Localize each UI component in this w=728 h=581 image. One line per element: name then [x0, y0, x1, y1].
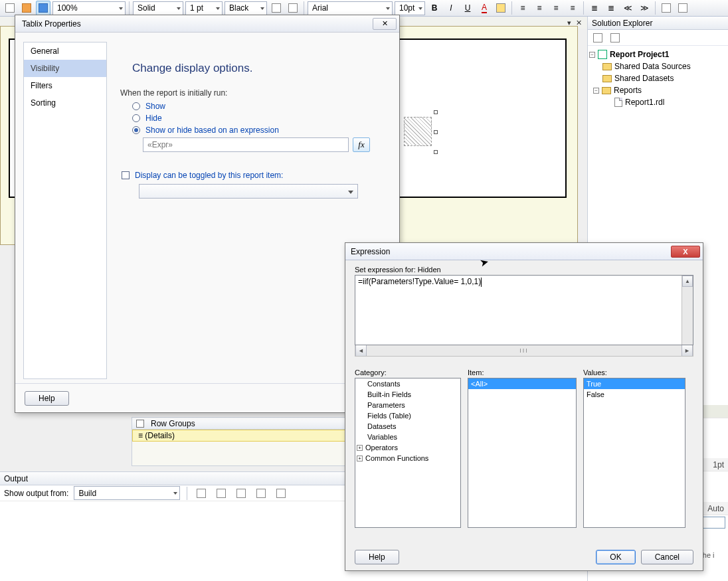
refresh-icon[interactable]: [591, 31, 605, 45]
nav-general[interactable]: General: [24, 42, 106, 60]
row-groups-label: Row Groups: [151, 419, 195, 428]
linestyle-combo[interactable]: Solid: [133, 1, 183, 15]
cat-variables[interactable]: Variables: [355, 432, 460, 442]
shared-datasets-label: Shared Datasets: [614, 74, 674, 83]
solution-explorer-title: Solution Explorer: [592, 19, 652, 28]
expand-icon[interactable]: +: [357, 456, 363, 461]
outdent-icon[interactable]: ≪: [620, 1, 635, 15]
bordercolor-icon[interactable]: [269, 1, 284, 15]
collapse-icon[interactable]: −: [589, 52, 595, 58]
ruler-toggle-icon[interactable]: [36, 1, 50, 15]
radio-hide-row[interactable]: Hide: [132, 114, 389, 123]
radio-hide[interactable]: [132, 114, 140, 122]
align-right-icon[interactable]: ≡: [549, 1, 563, 15]
nav-visibility[interactable]: Visibility: [24, 60, 106, 77]
lineweight-combo[interactable]: 1 pt: [185, 1, 223, 15]
item-all[interactable]: <All>: [468, 378, 576, 389]
output-wordwrap-icon[interactable]: [274, 486, 288, 501]
category-list[interactable]: Constants Built-in Fields Parameters Fie…: [355, 378, 461, 528]
italic-button[interactable]: I: [444, 1, 458, 15]
set-expression-label: Set expression for: Hidden: [355, 266, 693, 274]
split-icon[interactable]: [676, 1, 690, 15]
fontcolor-button[interactable]: A: [477, 1, 492, 15]
folder-icon: [602, 75, 612, 82]
open-icon[interactable]: [19, 1, 34, 15]
cat-common-functions[interactable]: +Common Functions: [355, 453, 460, 463]
help-button[interactable]: Help: [25, 391, 69, 406]
values-list[interactable]: True False: [583, 378, 685, 528]
cancel-button[interactable]: Cancel: [641, 550, 693, 564]
horizontal-scrollbar[interactable]: ◄ III ►: [355, 345, 693, 357]
dialog-title: Tablix Properties: [22, 19, 81, 29]
output-source-combo[interactable]: Build: [74, 486, 180, 500]
fontsize-combo[interactable]: 10pt: [395, 1, 425, 15]
nav-filters[interactable]: Filters: [24, 77, 106, 94]
expression-input[interactable]: «Expr»: [143, 137, 349, 152]
zoom-combo[interactable]: 100%: [52, 1, 126, 15]
bold-button[interactable]: B: [427, 1, 442, 15]
merge-icon[interactable]: [659, 1, 674, 15]
align-justify-icon[interactable]: ≡: [565, 1, 580, 15]
project-node[interactable]: − Report Project1: [589, 48, 727, 60]
output-next-icon[interactable]: [234, 486, 248, 501]
radio-expression-label: Show or hide based on an expression: [145, 125, 279, 135]
dialog-titlebar[interactable]: Tablix Properties ✕: [15, 15, 399, 33]
align-left-icon[interactable]: ≡: [515, 1, 530, 15]
showall-icon[interactable]: [608, 31, 622, 45]
scroll-up-icon[interactable]: ▲: [682, 276, 693, 287]
cat-operators[interactable]: +Operators: [355, 442, 460, 453]
fx-button[interactable]: fx: [353, 137, 370, 152]
indent-icon[interactable]: ≫: [637, 1, 652, 15]
report-file-node[interactable]: Report1.rdl: [589, 96, 727, 108]
output-prev-icon[interactable]: [214, 486, 228, 501]
item-list[interactable]: <All>: [468, 378, 577, 528]
output-clear-icon[interactable]: [254, 486, 268, 501]
cat-fields[interactable]: Fields (Table): [355, 410, 460, 421]
values-label: Values:: [583, 369, 685, 376]
dialog-heading: Change display options.: [132, 62, 389, 75]
radio-expr-row[interactable]: Show or hide based on an expression: [132, 125, 389, 135]
shared-data-sources-node[interactable]: Shared Data Sources: [589, 60, 727, 72]
ok-button[interactable]: OK: [596, 550, 635, 564]
help-button[interactable]: Help: [355, 550, 399, 564]
toggle-checkbox[interactable]: [122, 171, 130, 179]
value-false[interactable]: False: [584, 389, 685, 400]
initial-run-label: When the report is initially run:: [120, 88, 389, 98]
list-num-icon[interactable]: ≣: [587, 1, 602, 15]
close-button[interactable]: ✕: [373, 18, 397, 30]
linecolor-combo[interactable]: Black: [225, 1, 267, 15]
cat-parameters[interactable]: Parameters: [355, 400, 460, 410]
shared-datasets-node[interactable]: Shared Datasets: [589, 72, 727, 84]
output-title: Output: [4, 474, 28, 483]
dialog-nav: General Visibility Filters Sorting: [23, 42, 107, 379]
align-center-icon[interactable]: ≡: [532, 1, 547, 15]
output-find-icon[interactable]: [194, 486, 209, 501]
cat-constants[interactable]: Constants: [355, 378, 460, 389]
collapse-icon[interactable]: −: [593, 88, 599, 94]
fillcolor-button[interactable]: [494, 1, 508, 15]
close-button[interactable]: X: [671, 246, 700, 258]
list-bullet-icon[interactable]: ≣: [604, 1, 618, 15]
expression-textarea[interactable]: =iif(Parameters!Type.Value= 1,0,1) ▲: [355, 275, 693, 345]
cat-builtin[interactable]: Built-in Fields: [355, 389, 460, 400]
value-true[interactable]: True: [584, 378, 685, 389]
scroll-right-icon[interactable]: ►: [682, 345, 693, 356]
vertical-scrollbar[interactable]: ▲: [682, 276, 693, 345]
toggle-item-combo[interactable]: [139, 184, 358, 199]
font-combo[interactable]: Arial: [308, 1, 393, 15]
props-1pt: 1pt: [713, 460, 724, 469]
reports-folder-label: Reports: [614, 86, 642, 95]
scroll-left-icon[interactable]: ◄: [355, 345, 367, 356]
expand-icon[interactable]: +: [357, 445, 363, 451]
radio-show-row[interactable]: Show: [132, 102, 389, 111]
borderstyle-icon[interactable]: [286, 1, 300, 15]
report-icon[interactable]: [3, 1, 17, 15]
radio-expression[interactable]: [132, 126, 140, 134]
dialog-titlebar[interactable]: Expression X: [345, 243, 703, 260]
nav-sorting[interactable]: Sorting: [24, 94, 106, 112]
reports-folder-node[interactable]: − Reports: [589, 84, 727, 96]
underline-button[interactable]: U: [460, 1, 475, 15]
radio-show[interactable]: [132, 102, 140, 110]
cat-datasets[interactable]: Datasets: [355, 421, 460, 432]
scroll-thumb[interactable]: III: [367, 345, 682, 356]
